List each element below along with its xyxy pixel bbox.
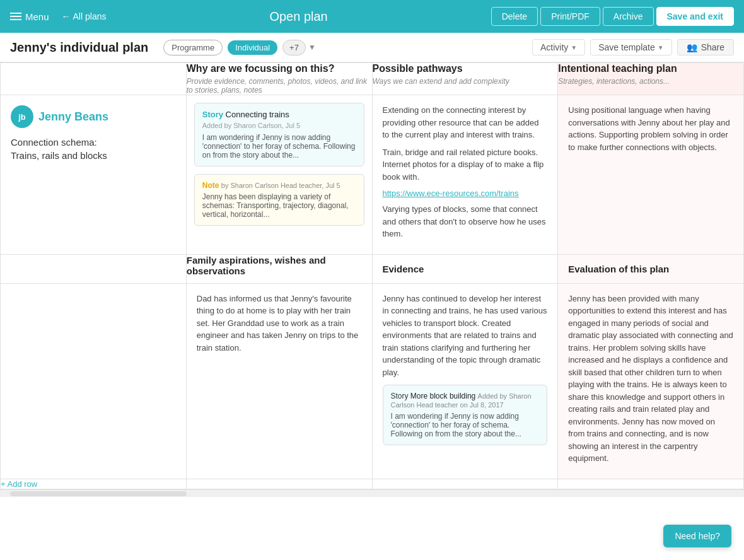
family-content-text: Dad has informed us that Jenny's favouri… (187, 284, 372, 363)
top-nav: Menu ← All plans Open plan Delete Print/… (0, 0, 744, 33)
schema-row: jb Jenny Beans Connection schema:Trains,… (1, 95, 744, 255)
add-row-label[interactable]: + Add row (1, 479, 37, 489)
add-row[interactable]: + Add row (1, 479, 744, 489)
header-row: Why are we focussing on this? Provide ev… (1, 63, 744, 95)
add-row-empty-3 (558, 479, 744, 489)
pathways-header-title: Possible pathways (373, 63, 558, 74)
menu-button[interactable]: Menu (10, 11, 49, 22)
story-card-1: Story Connecting trains Added by Sharon … (194, 103, 364, 166)
save-template-chevron-icon: ▼ (658, 44, 664, 51)
activity-chevron-icon: ▼ (571, 44, 577, 51)
tags-chevron-icon[interactable]: ▼ (308, 43, 316, 52)
pathways-text-3: Varying types of blocks, some that conne… (383, 203, 548, 240)
share-button[interactable]: 👥 Share (677, 39, 734, 55)
row2-student-cell (1, 283, 187, 479)
row2-content-row: Dad has informed us that Jenny's favouri… (1, 283, 744, 479)
evidence-story-body: I am wondering if Jenny is now adding 'c… (391, 412, 540, 438)
evidence-title: Evidence (373, 255, 558, 283)
schema-label: Connection schema:Trains, rails and bloc… (11, 136, 107, 162)
focus-header-subtitle: Provide evidence, comments, photos, vide… (187, 77, 372, 95)
programme-tab[interactable]: Programme (163, 40, 223, 55)
note-by: by Sharon Carlson Head teacher, Jul 5 (221, 182, 340, 189)
page-title: Open plan (106, 9, 491, 24)
teaching-header-cell: Intentional teaching plan Strategies, in… (558, 63, 744, 95)
focus-header-title: Why are we focussing on this? (187, 63, 372, 74)
story-card-meta: Added by Sharon Carlson, Jul 5 (202, 122, 356, 129)
activity-button[interactable]: Activity ▼ (532, 39, 585, 55)
note-card-body: Jenny has been displaying a variety of s… (202, 192, 356, 219)
note-card-1: Note by Sharon Carlson Head teacher, Jul… (194, 174, 364, 226)
add-row-cell[interactable]: + Add row (1, 479, 187, 489)
student-header-cell (1, 63, 187, 95)
save-template-button[interactable]: Save template ▼ (590, 39, 671, 55)
focus-header-cell: Why are we focussing on this? Provide ev… (186, 63, 372, 95)
hamburger-icon (10, 13, 21, 20)
share-icon: 👥 (687, 42, 697, 52)
back-arrow-icon: ← (62, 11, 71, 21)
tags-plus-button[interactable]: +7 (282, 40, 306, 55)
scroll-indicator (0, 489, 744, 497)
evidence-story-card: Story More block building Added by Sharo… (383, 385, 548, 445)
archive-button[interactable]: Archive (603, 7, 654, 26)
sub-nav: Jenny's individual plan Programme Indivi… (0, 33, 744, 62)
pathways-cell: Extending on the connecting interest by … (372, 95, 558, 255)
evidence-content-cell: Jenny has continued to develop her inter… (372, 283, 558, 479)
row2-header-row: Family aspirations, wishes and observati… (1, 254, 744, 283)
plan-title: Jenny's individual plan (10, 40, 148, 55)
evidence-content: Jenny has continued to develop her inter… (373, 284, 558, 455)
pathways-header-cell: Possible pathways Ways we can extend and… (372, 63, 558, 95)
pathways-header-subtitle: Ways we can extend and add complexity (373, 77, 558, 86)
pathways-link[interactable]: https://www.ece-resources.com/trains (383, 189, 519, 198)
evidence-header-cell: Evidence (372, 254, 558, 283)
evidence-story-title: Story More block building Added by Sharo… (391, 392, 540, 409)
story-card-title: Story Connecting trains (202, 110, 356, 119)
add-row-empty-1 (186, 479, 372, 489)
add-row-empty-2 (372, 479, 558, 489)
evaluation-content-cell: Jenny has been provided with many opport… (558, 283, 744, 479)
note-label: Note (202, 181, 219, 190)
evidence-story-type: Story (391, 392, 409, 400)
evaluation-content: Jenny has been provided with many opport… (558, 284, 743, 479)
pathways-text-2: Train, bridge and rail related picture b… (383, 146, 548, 184)
avatar: jb (11, 105, 33, 128)
all-plans-label: All plans (73, 11, 107, 21)
story-label: Story (202, 110, 223, 119)
student-name: Jenny Beans (38, 110, 108, 124)
story-card-body: I am wondering if Jenny is now adding 'c… (202, 133, 356, 160)
teaching-cell: Using positional language when having co… (558, 95, 744, 255)
story-name: Connecting trains (226, 110, 289, 119)
focus-cell: Story Connecting trains Added by Sharon … (186, 95, 372, 255)
student-avatar-row: jb Jenny Beans (11, 105, 108, 128)
teaching-header-subtitle: Strategies, interactions, actions... (558, 77, 743, 86)
share-label: Share (701, 42, 724, 52)
evidence-story-name: More block building (410, 392, 475, 400)
pathways-text-1: Extending on the connecting interest by … (383, 104, 548, 141)
save-template-label: Save template (598, 42, 655, 52)
evaluation-text: Jenny has been provided with many opport… (568, 293, 733, 465)
teaching-text: Using positional language when having co… (568, 104, 733, 153)
individual-tab[interactable]: Individual (228, 40, 277, 55)
evidence-text: Jenny has continued to develop her inter… (383, 293, 548, 379)
activity-label: Activity (540, 42, 568, 52)
teaching-header-title: Intentional teaching plan (558, 63, 743, 74)
menu-label: Menu (25, 11, 49, 22)
print-button[interactable]: Print/PDF (540, 7, 600, 26)
scroll-track (10, 491, 187, 496)
pathways-content: Extending on the connecting interest by … (373, 95, 558, 254)
evaluation-header-cell: Evaluation of this plan (558, 254, 744, 283)
teaching-content: Using positional language when having co… (558, 95, 743, 167)
row2-empty-header (1, 254, 187, 283)
family-content-cell: Dad has informed us that Jenny's favouri… (186, 283, 372, 479)
top-nav-actions: Delete Print/PDF Archive Save and exit (491, 7, 734, 26)
plan-table: Why are we focussing on this? Provide ev… (0, 62, 744, 489)
family-header-cell: Family aspirations, wishes and observati… (186, 254, 372, 283)
family-title: Family aspirations, wishes and observati… (187, 255, 372, 276)
all-plans-button[interactable]: ← All plans (62, 11, 107, 21)
note-card-title: Note by Sharon Carlson Head teacher, Jul… (202, 181, 356, 190)
student-cell: jb Jenny Beans Connection schema:Trains,… (1, 95, 187, 255)
save-exit-button[interactable]: Save and exit (656, 7, 735, 26)
delete-button[interactable]: Delete (491, 7, 538, 26)
evaluation-title: Evaluation of this plan (558, 255, 743, 283)
